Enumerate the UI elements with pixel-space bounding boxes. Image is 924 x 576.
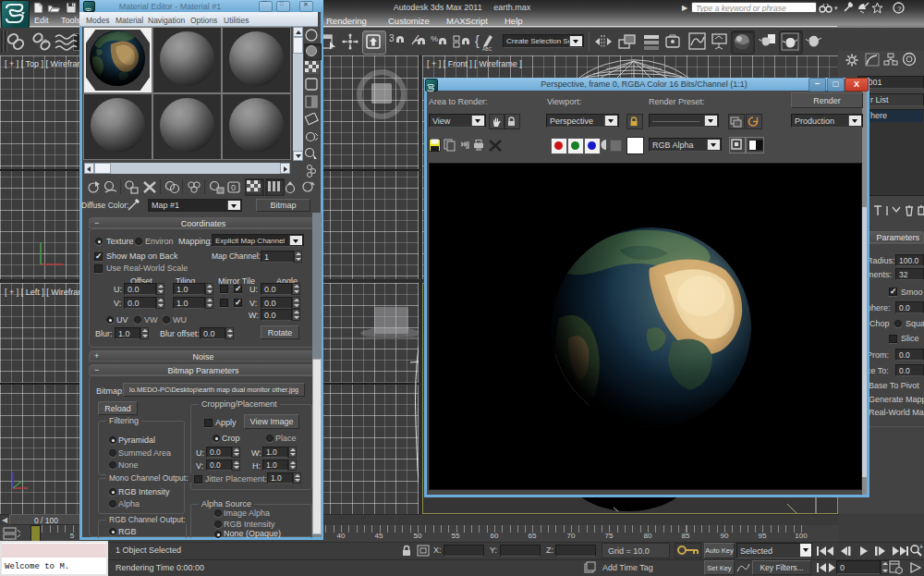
svg-text:+: + [919,544,923,550]
svg-text:ABC: ABC [482,46,492,52]
svg-text:3: 3 [389,33,395,43]
svg-text:{: { [475,33,480,48]
svg-text:%: % [41,37,47,45]
svg-text:0: 0 [231,183,236,192]
svg-text:%: % [431,34,438,43]
svg-text:?: ? [897,5,902,13]
